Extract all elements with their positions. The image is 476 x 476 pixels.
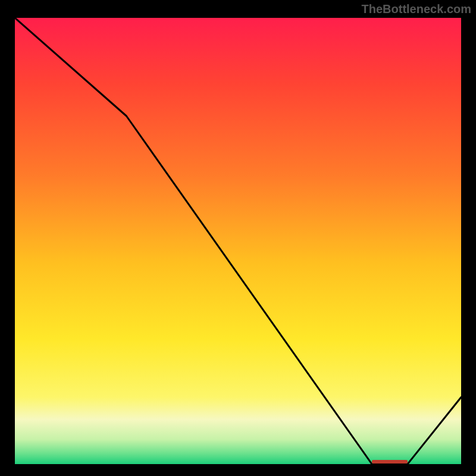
attribution-text: TheBottleneck.com xyxy=(362,2,471,16)
flat-zone-marker xyxy=(372,460,408,464)
chart-svg xyxy=(15,18,461,464)
gradient-background xyxy=(15,18,461,464)
plot-area xyxy=(15,18,461,464)
chart-container: TheBottleneck.com xyxy=(0,0,476,476)
